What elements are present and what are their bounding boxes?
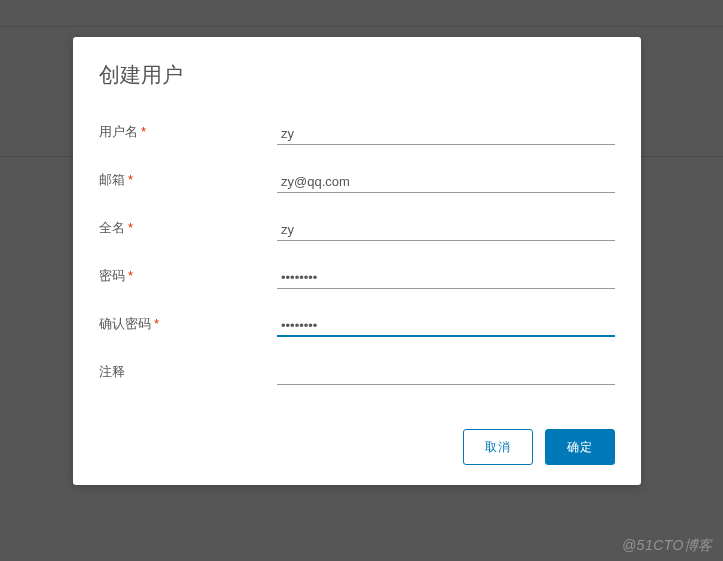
form-row-confirm-password: 确认密码*: [99, 315, 615, 337]
email-label: 邮箱*: [99, 171, 277, 193]
email-input[interactable]: [277, 172, 615, 193]
confirm-password-input[interactable]: [277, 316, 615, 337]
label-text: 用户名: [99, 124, 138, 139]
label-text: 确认密码: [99, 316, 151, 331]
form-row-email: 邮箱*: [99, 171, 615, 193]
username-input[interactable]: [277, 124, 615, 145]
cancel-button[interactable]: 取消: [463, 429, 533, 465]
form-row-comment: 注释: [99, 363, 615, 385]
form-row-fullname: 全名*: [99, 219, 615, 241]
fullname-input[interactable]: [277, 220, 615, 241]
fullname-label: 全名*: [99, 219, 277, 241]
ok-button[interactable]: 确定: [545, 429, 615, 465]
modal-footer: 取消 确定: [99, 429, 615, 465]
label-text: 邮箱: [99, 172, 125, 187]
confirm-password-label: 确认密码*: [99, 315, 277, 337]
comment-label: 注释: [99, 363, 277, 385]
label-text: 全名: [99, 220, 125, 235]
form-row-username: 用户名*: [99, 123, 615, 145]
label-text: 注释: [99, 364, 125, 379]
form-row-password: 密码*: [99, 267, 615, 289]
watermark: @51CTO博客: [622, 537, 713, 555]
required-mark: *: [128, 268, 133, 283]
password-input[interactable]: [277, 268, 615, 289]
required-mark: *: [154, 316, 159, 331]
username-label: 用户名*: [99, 123, 277, 145]
label-text: 密码: [99, 268, 125, 283]
comment-input[interactable]: [277, 364, 615, 385]
password-label: 密码*: [99, 267, 277, 289]
required-mark: *: [128, 220, 133, 235]
modal-title: 创建用户: [99, 61, 615, 89]
required-mark: *: [128, 172, 133, 187]
create-user-modal: 创建用户 用户名* 邮箱* 全名* 密码* 确认密: [73, 37, 641, 485]
required-mark: *: [141, 124, 146, 139]
